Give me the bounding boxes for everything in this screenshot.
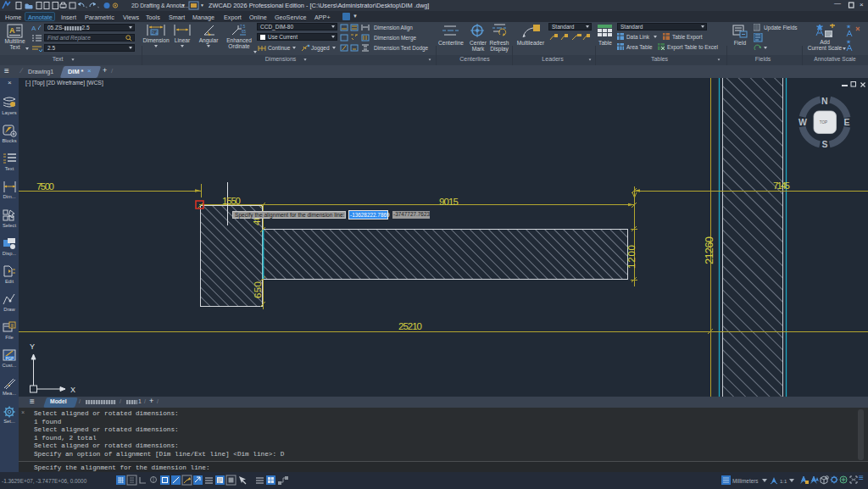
svg-text:TOP: TOP (820, 120, 827, 125)
svg-text:S: S (822, 139, 828, 149)
svg-text:2.4: 2.4 (152, 31, 158, 36)
svg-text:A: A (31, 25, 36, 32)
svg-text:7145: 7145 (773, 181, 790, 191)
svg-text:9015: 9015 (439, 197, 459, 207)
svg-text:W: W (798, 117, 807, 127)
svg-text:PGP: PGP (6, 357, 14, 361)
svg-text:Millimeters: Millimeters (732, 478, 759, 484)
svg-text:7500: 7500 (36, 181, 54, 192)
svg-text:7.5: 7.5 (240, 25, 246, 29)
svg-text:E: E (844, 117, 850, 127)
svg-text:1:1: 1:1 (780, 479, 787, 484)
svg-text:N: N (821, 96, 828, 106)
svg-text:650: 650 (253, 281, 263, 298)
svg-text:1550: 1550 (222, 196, 241, 206)
svg-text:25210: 25210 (398, 321, 422, 331)
svg-text:21260: 21260 (703, 236, 715, 264)
svg-text:65: 65 (242, 30, 247, 34)
svg-text:Y: Y (30, 342, 35, 351)
svg-text:A: A (9, 26, 15, 35)
svg-text:1200: 1200 (626, 245, 637, 269)
svg-text:X: X (70, 386, 75, 394)
